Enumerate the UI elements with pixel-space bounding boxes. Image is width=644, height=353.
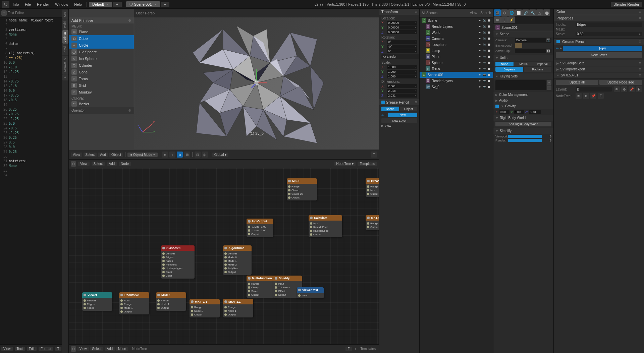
node-n8[interactable]: Multi-functionRangeClampScaleOutput <box>247 276 277 298</box>
sv-properties-settings-icon[interactable]: ⚙ <box>639 16 641 20</box>
primitive-bezier[interactable]: 〜 Bezier <box>69 101 134 107</box>
rot-y-value[interactable]: -0° ▸ <box>387 45 417 49</box>
transform-header[interactable]: Transform ⚙ <box>379 9 419 15</box>
vp-select-btn[interactable]: Select <box>84 153 97 157</box>
gp-new-btn[interactable]: New <box>388 113 417 117</box>
nodetree-f-icon[interactable]: F <box>598 93 604 99</box>
node-view-btn[interactable]: View <box>78 162 90 166</box>
prop-icon-data[interactable]: △ <box>536 9 543 16</box>
scale-y-value[interactable]: 1.000 ▸ <box>387 70 417 74</box>
gp-object-btn[interactable]: Object <box>400 107 418 111</box>
node-footer-plus-icon[interactable]: + <box>355 347 357 351</box>
workspace-tab-default[interactable]: Default × <box>89 2 112 7</box>
prop-icon-texture[interactable]: ⊞ <box>494 16 501 23</box>
operator-settings-icon[interactable]: ⚙ <box>128 109 131 112</box>
outliner-vis-icon[interactable]: ⬤ <box>487 49 491 53</box>
sv-gp-pencil-icon[interactable]: ✏ <box>556 46 559 51</box>
render-engine-selector[interactable]: Blender Render <box>611 2 642 7</box>
sv-groups-header[interactable]: ▶ SV Groups Beta ⚙ <box>554 60 644 66</box>
vp-add-btn[interactable]: Add <box>98 153 108 157</box>
sidebar-relations[interactable]: Refri <box>62 19 68 30</box>
radians-btn[interactable]: Radians <box>524 67 552 72</box>
menu-render[interactable]: Render <box>34 2 52 7</box>
node-n11[interactable]: MK4_1.1RangeNode 1Output <box>223 299 253 317</box>
primitive-item-plane[interactable]: ▭Plane <box>69 28 134 35</box>
primitive-item-cube[interactable]: ◻Cube <box>69 35 134 42</box>
update-nodetree-btn[interactable]: Update NodeTree <box>599 80 642 85</box>
prop-icon-world[interactable]: 🌐 <box>508 9 515 16</box>
outliner-vis-icon[interactable]: ⬤ <box>487 61 491 65</box>
outliner-vis-icon[interactable]: 📷 <box>482 55 486 59</box>
gravity-z-input[interactable]: -9.81 <box>529 110 541 114</box>
outliner-vis-icon[interactable]: 📷 <box>482 67 486 71</box>
keying-sets-list[interactable] <box>495 80 546 90</box>
nodetree-settings-icon[interactable]: ⚙ <box>583 93 589 99</box>
outliner-vis-icon[interactable]: 📷 <box>482 79 486 83</box>
viewport-subdiv-bar[interactable] <box>508 135 542 138</box>
menu-window[interactable]: Window <box>52 2 71 7</box>
outliner-item[interactable]: SvSv_0👁📷⬤ <box>420 84 493 90</box>
outliner-vis-icon[interactable]: ⬤ <box>487 85 491 89</box>
audio-header[interactable]: ▶ Audio <box>493 98 553 103</box>
units-section-header[interactable]: ▼ Units <box>493 55 553 61</box>
outliner-vis-icon[interactable]: 👁 <box>478 49 482 53</box>
sv-version-settings-icon[interactable]: ⚙ <box>639 74 641 77</box>
outliner-vis-icon[interactable]: 📷 <box>482 37 486 41</box>
camera-value[interactable]: Camera 📷 <box>515 38 551 43</box>
outliner-vis-icon[interactable]: ⬤ <box>487 37 491 41</box>
format-btn[interactable]: Format <box>39 347 53 351</box>
units-none-btn[interactable]: None <box>495 62 514 66</box>
gp-new-layer-btn[interactable]: New Layer <box>381 118 417 123</box>
keying-sets-add-btn[interactable]: + <box>547 80 551 85</box>
units-metric-btn[interactable]: Metric <box>514 62 532 66</box>
t-btn[interactable]: T <box>55 347 61 351</box>
outliner-item[interactable]: ▭Plane👁📷⬤ <box>420 54 493 60</box>
nodetree-eye-icon[interactable]: 👁 <box>576 93 582 99</box>
viewport-canvas[interactable]: X Y Z <box>134 17 379 149</box>
primitive-item-ico-sphere[interactable]: ◇Ico Sphere <box>69 55 134 62</box>
rigid-body-header[interactable]: ▼ Rigid Body World <box>493 115 553 121</box>
outliner-item[interactable]: 💡Lamp👁📷⬤ <box>420 48 493 54</box>
node-n10[interactable]: MK4_1.1RangeNode 1Output <box>190 299 220 317</box>
outliner-item[interactable]: ⬡World👁📷⬤ <box>420 30 493 36</box>
node-footer-view-btn[interactable]: View <box>77 347 89 351</box>
outliner-vis-icon[interactable]: ⬤ <box>487 43 491 47</box>
viewport-shading-solid[interactable]: ● <box>162 152 168 158</box>
node-n1[interactable]: MK.0RangeClampCount: 28Output <box>287 178 317 200</box>
prop-icon-material[interactable]: ⬤ <box>543 9 550 16</box>
primitive-item-uv-sphere[interactable]: ◯UV Sphere <box>69 49 134 55</box>
outliner-vis-icon[interactable]: 👁 <box>478 18 482 22</box>
node-n13[interactable]: MK0.2RangeNode 1Output <box>156 292 186 311</box>
add-rigid-body-btn[interactable]: Add Rigid Body World <box>495 122 551 126</box>
outliner-vis-icon[interactable]: 📷 <box>482 31 486 35</box>
sv-groups-settings-icon[interactable]: ⚙ <box>639 62 641 65</box>
background-swatch[interactable] <box>515 43 522 48</box>
color-section-header[interactable]: Color ⚙ <box>554 9 644 15</box>
active-clip-value[interactable]: 🎞 <box>515 49 551 53</box>
menu-help[interactable]: Help <box>71 2 85 7</box>
scene-tab-add[interactable]: + <box>161 2 169 7</box>
prop-icon-particles[interactable]: ⋮ <box>501 16 508 23</box>
node-canvas[interactable]: MK.0RangeClampCount: 28OutputInp/Output-… <box>69 168 379 344</box>
outliner-view-btn[interactable]: View <box>470 11 477 15</box>
update-all-btn[interactable]: Update all <box>556 80 598 85</box>
primitive-item-grid[interactable]: ⊞Grid <box>69 82 134 89</box>
sidebar-grease-pencil[interactable]: Grease Pe <box>62 56 68 74</box>
outliner-vis-icon[interactable]: 📷 <box>482 73 486 77</box>
grease-pencil-settings-icon[interactable]: ⚙ <box>415 101 417 104</box>
workspace-tab-close-icon[interactable]: × <box>107 2 109 6</box>
outliner-vis-icon[interactable]: 👁 <box>478 79 482 83</box>
dim-y-value[interactable]: 2.018 ▸ <box>387 89 417 93</box>
gravity-header[interactable]: ▼ Gravity <box>493 103 553 109</box>
outliner-vis-icon[interactable]: 👁 <box>478 31 482 35</box>
outliner-vis-icon[interactable]: 📷 <box>482 24 486 28</box>
outliner-vis-icon[interactable]: ⬤ <box>487 79 491 83</box>
primitive-item-cylinder[interactable]: ⬡Cylinder <box>69 62 134 69</box>
node-add-btn[interactable]: Add <box>107 162 117 166</box>
outliner-vis-icon[interactable]: 👁 <box>478 55 482 59</box>
degrees-btn[interactable]: Degrees <box>495 67 523 72</box>
color-settings-icon[interactable]: ⚙ <box>639 10 641 13</box>
primitive-item-cone[interactable]: △Cone <box>69 69 134 75</box>
node-footer-icon[interactable]: ⬡ <box>71 346 76 352</box>
scale-x-value[interactable]: 1.000 ▸ <box>387 65 417 69</box>
